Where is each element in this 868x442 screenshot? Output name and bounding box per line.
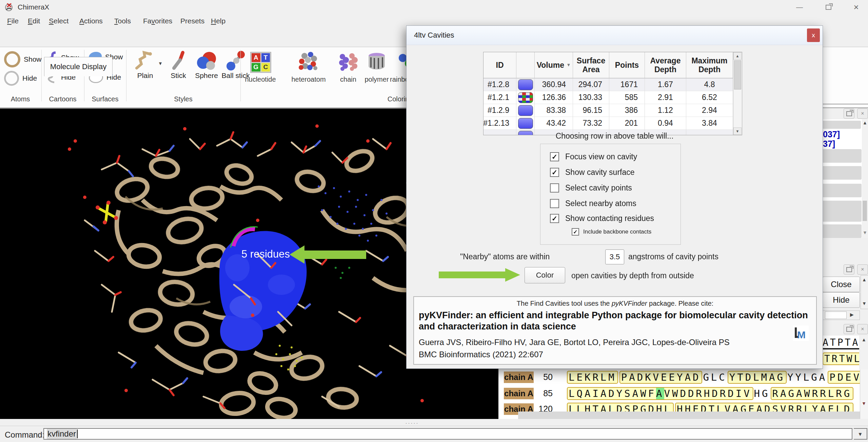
cell-surface-area[interactable]: 73.32 <box>573 117 609 130</box>
clipped-button[interactable] <box>822 201 862 222</box>
cavity-color-swatch[interactable] <box>518 118 533 129</box>
cell-maximum-depth[interactable]: 6.52 <box>686 91 733 104</box>
scroll-up-icon[interactable]: ▲ <box>862 277 867 282</box>
dialog-close-button[interactable]: x <box>807 28 820 42</box>
cell-color[interactable] <box>516 91 535 104</box>
scroll-up-icon[interactable]: ▲ <box>862 337 866 342</box>
menu-actions[interactable]: Actions <box>79 17 103 25</box>
cell-average-depth[interactable]: 1.12 <box>645 104 686 117</box>
cell-id[interactable]: #1.2.8 <box>484 78 516 91</box>
clipped-button[interactable] <box>822 184 862 197</box>
col-header-color[interactable] <box>516 52 535 78</box>
menu-select[interactable]: Select <box>49 17 68 25</box>
cell-maximum-depth[interactable]: 2.94 <box>686 104 733 117</box>
log-link-text[interactable]: 37] <box>823 139 835 149</box>
log-link-text[interactable]: 037] <box>823 129 840 139</box>
clipped-button[interactable] <box>822 224 862 238</box>
panel-hide-button[interactable]: Hide <box>823 292 860 308</box>
cell-points[interactable]: 201 <box>609 117 645 130</box>
cell-volume[interactable]: 360.94 <box>535 78 573 91</box>
window-restore-button[interactable] <box>819 1 838 14</box>
sequence-row[interactable]: chain A 85 LQAIADYSAWFAVWDDRHDRDIVHGRAGA… <box>498 386 868 401</box>
panel-scrollbar[interactable]: ▲ ▼ <box>861 275 868 309</box>
pykvfinder-logo-icon[interactable]: M <box>793 325 809 341</box>
horizontal-scrollbar[interactable]: ▶ <box>821 310 860 320</box>
cell-surface-area[interactable]: 294.07 <box>573 78 609 91</box>
scrollbar-thumb[interactable] <box>863 201 867 221</box>
cavity-color-swatch[interactable] <box>518 105 533 116</box>
menu-tools[interactable]: Tools <box>114 17 131 25</box>
scroll-right-icon[interactable]: ▶ <box>850 312 854 317</box>
cell-surface-area[interactable]: 130.33 <box>573 91 609 104</box>
color-nucleotide-button[interactable]: A T G C <box>250 52 271 73</box>
scroll-down-icon[interactable]: ▼ <box>863 230 867 235</box>
cell-volume[interactable]: 126.36 <box>535 91 573 104</box>
scroll-up-icon[interactable]: ▲ <box>863 120 867 125</box>
cell-color[interactable] <box>516 104 535 117</box>
window-close-button[interactable]: × <box>846 1 866 14</box>
cell-surface-area[interactable]: 96.15 <box>573 104 609 117</box>
cavity-color-swatch[interactable] <box>518 79 533 90</box>
cavity-color-swatch-multicolor[interactable] <box>518 92 533 103</box>
col-header-id[interactable]: ID <box>484 52 516 78</box>
style-plain-button[interactable]: Plain <box>132 51 159 80</box>
color-button[interactable]: Color <box>525 267 565 283</box>
menu-edit[interactable]: Edit <box>28 17 40 25</box>
panel-close-button[interactable]: × <box>857 108 868 119</box>
cell-points[interactable]: 585 <box>609 91 645 104</box>
cell-maximum-depth[interactable]: 4.8 <box>686 78 733 91</box>
command-history-dropdown[interactable]: ▼ <box>854 428 867 440</box>
sequence-viewer[interactable]: chain A 50 LEKRLMPADKVEEYADGLCYTDLMAGYYL… <box>498 369 868 419</box>
atoms-show-button[interactable]: Show <box>4 51 42 67</box>
panel-scrollbar[interactable]: ▲ ▼ <box>862 119 868 238</box>
panel-close-button[interactable]: × <box>857 264 868 275</box>
color-heteroatom-button[interactable] <box>298 51 318 73</box>
scrollbar-thumb[interactable] <box>734 60 741 89</box>
nearby-distance-input[interactable]: 3.5 <box>605 249 624 264</box>
sequence-scrollbar[interactable]: ▲ <box>861 336 868 369</box>
cell-id[interactable]: #1.2.9 <box>484 104 516 117</box>
cell-average-depth[interactable]: 0.94 <box>645 117 686 130</box>
sequence-scrollbar[interactable]: ▼ <box>860 369 868 419</box>
plain-style-dropdown-icon[interactable]: ▼ <box>158 61 163 66</box>
col-header-surface-area[interactable]: Surface Area <box>573 52 609 78</box>
col-header-points[interactable]: Points <box>609 52 645 78</box>
style-stick-button[interactable]: Stick <box>165 51 191 80</box>
style-sphere-button[interactable]: Sphere <box>192 51 221 80</box>
panel-float-button[interactable] <box>844 264 854 275</box>
cell-average-depth[interactable]: 1.67 <box>645 78 686 91</box>
scroll-down-icon[interactable]: ▼ <box>862 401 866 406</box>
col-header-maximum-depth[interactable]: Maximum Depth <box>686 52 733 78</box>
cell-points[interactable]: 386 <box>609 104 645 117</box>
col-header-volume[interactable]: Volume ▼ <box>535 52 573 78</box>
command-input[interactable]: kvfinder <box>43 428 852 440</box>
cell-id[interactable]: #1.2.1 <box>484 91 516 104</box>
cell-color[interactable] <box>516 78 535 91</box>
menu-favorites[interactable]: Favorites <box>143 17 172 25</box>
cell-volume[interactable]: 43.42 <box>535 117 573 130</box>
cell-volume[interactable]: 83.38 <box>535 104 573 117</box>
cell-id[interactable]: #1.2.13 <box>484 117 516 130</box>
menu-presets[interactable]: Presets <box>180 17 204 25</box>
color-chain-button[interactable] <box>338 51 358 73</box>
cell-average-depth[interactable]: 2.91 <box>645 91 686 104</box>
panel-float-button[interactable] <box>844 108 854 119</box>
dialog-titlebar[interactable]: 4ltv Cavities <box>407 26 823 45</box>
cell-points[interactable]: 1671 <box>609 78 645 91</box>
cell-color[interactable] <box>516 117 535 130</box>
menu-file[interactable]: File <box>7 17 19 25</box>
menu-help[interactable]: Help <box>211 17 225 25</box>
clipped-button[interactable] <box>822 149 862 163</box>
panel-close-button-wide[interactable]: Close <box>823 277 860 292</box>
tab-molecule-display[interactable]: Molecule Display <box>44 57 113 76</box>
table-scrollbar[interactable]: ▲ ▼ <box>733 52 742 135</box>
sequence-row[interactable]: chain A 50 LEKRLMPADKVEEYADGLCYTDLMAGYYL… <box>498 370 868 385</box>
panel-float-button[interactable] <box>844 324 854 334</box>
checkbox-select-nearby-atoms[interactable]: Select nearby atoms <box>550 199 636 208</box>
checkbox-show-contacting-residues[interactable]: ✓ Show contacting residues <box>550 214 654 223</box>
atoms-hide-button[interactable]: Hide <box>4 71 37 86</box>
cell-maximum-depth[interactable]: 3.84 <box>686 117 733 130</box>
clipped-button[interactable] <box>822 166 862 180</box>
col-header-average-depth[interactable]: Average Depth <box>645 52 686 78</box>
checkbox-show-cavity-surface[interactable]: ✓ Show cavity surface <box>550 168 635 177</box>
